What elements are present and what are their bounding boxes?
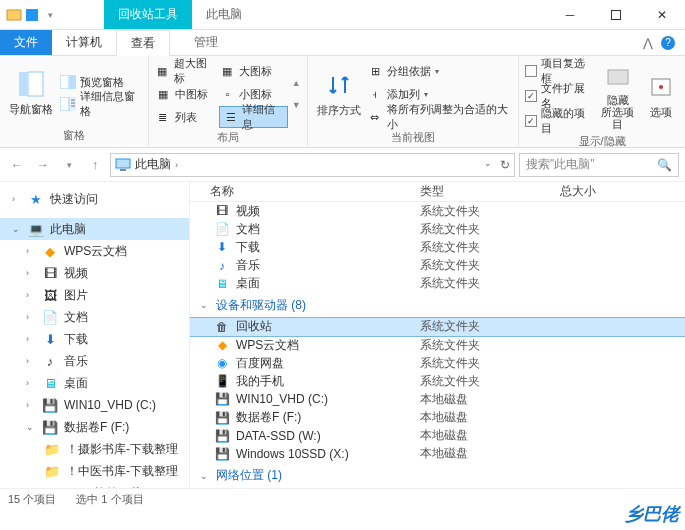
tab-computer[interactable]: 计算机 <box>52 30 116 55</box>
list-item[interactable]: 💾数据卷F (F:)本地磁盘 <box>190 409 685 427</box>
maximize-button[interactable] <box>593 0 639 29</box>
col-type[interactable]: 类型 <box>420 183 560 200</box>
address-input[interactable]: 此电脑 › ⌄ ↻ <box>110 153 515 177</box>
back-button[interactable]: ← <box>6 154 28 176</box>
list-item[interactable]: 💾WIN10_VHD (C:)本地磁盘 <box>190 390 685 408</box>
ribbon-group-panes: 导航窗格 预览窗格 详细信息窗格 窗格 <box>0 56 149 147</box>
list-item[interactable]: ♪音乐系统文件夹 <box>190 256 685 274</box>
svg-rect-6 <box>70 75 76 89</box>
titlebar: ▾ 回收站工具 此电脑 ─ ✕ <box>0 0 685 30</box>
drive-icon: 💾 <box>214 446 230 462</box>
col-size[interactable]: 总大小 <box>560 183 685 200</box>
sidebar-oday[interactable]: 📁0Day软件下载 <box>0 482 189 488</box>
item-checkboxes[interactable]: 项目复选框 <box>525 60 592 82</box>
hide-selected-button[interactable]: 隐藏 所选项目 <box>597 60 639 132</box>
svg-rect-5 <box>60 75 69 89</box>
scroll-down-icon[interactable]: ▼ <box>292 100 301 110</box>
sidebar-thispc[interactable]: ⌄💻此电脑 <box>0 218 189 240</box>
collapse-ribbon-icon[interactable]: ⋀ <box>643 36 653 50</box>
help-icon[interactable]: ? <box>661 36 675 50</box>
music-icon: ♪ <box>42 353 58 369</box>
sidebar-wps[interactable]: ›◆WPS云文档 <box>0 240 189 262</box>
group-by-button[interactable]: ⊞分组依据▾ <box>367 60 512 82</box>
sidebar-cn[interactable]: 📁！中医书库-下载整理 <box>0 460 189 482</box>
hidden-items[interactable]: ✓隐藏的项目 <box>525 110 592 132</box>
extra-large-icons[interactable]: ▦超大图标 <box>155 60 216 82</box>
svg-point-14 <box>659 85 663 89</box>
list-item[interactable]: ◉百度网盘系统文件夹 <box>190 354 685 372</box>
group-network[interactable]: ⌄网络位置 (1) <box>190 463 685 488</box>
sidebar-documents[interactable]: ›📄文档 <box>0 306 189 328</box>
ctx-recyclebin-tools[interactable]: 回收站工具 <box>104 0 192 29</box>
forward-button[interactable]: → <box>32 154 54 176</box>
folder-icon: 📁 <box>44 485 60 488</box>
dropdown-icon[interactable]: ⌄ <box>484 158 492 172</box>
nav-pane-button[interactable]: 导航窗格 <box>6 60 56 126</box>
list-item[interactable]: ◆WPS云文档系统文件夹 <box>190 336 685 354</box>
xl-icon: ▦ <box>155 63 170 79</box>
details-pane-button[interactable]: 详细信息窗格 <box>60 93 142 115</box>
download-icon: ⬇ <box>42 331 58 347</box>
list-item[interactable]: ⬇下载系统文件夹 <box>190 238 685 256</box>
sort-button[interactable]: 排序方式 <box>314 60 364 128</box>
breadcrumb-thispc[interactable]: 此电脑 › <box>115 156 178 173</box>
list-icon: ≣ <box>155 109 171 125</box>
list-item[interactable]: 💾DATA-SSD (W:)本地磁盘 <box>190 427 685 445</box>
medium-icons[interactable]: ▦中图标 <box>155 83 216 105</box>
download-icon: ⬇ <box>214 239 230 255</box>
svg-rect-12 <box>608 70 628 84</box>
list-item[interactable]: 🎞视频系统文件夹 <box>190 202 685 220</box>
explorer-icon <box>6 7 22 23</box>
sidebar-dataf[interactable]: ⌄💾数据卷F (F:) <box>0 416 189 438</box>
sidebar-desktop[interactable]: ›🖥桌面 <box>0 372 189 394</box>
dropdown-icon[interactable]: ▾ <box>42 7 58 23</box>
list-item-recyclebin[interactable]: 🗑回收站系统文件夹 <box>190 318 685 336</box>
search-input[interactable]: 搜索"此电脑" 🔍 <box>519 153 679 177</box>
chevron-down-icon: ⌄ <box>200 471 210 481</box>
list-view[interactable]: ≣列表 <box>155 106 216 128</box>
list-item[interactable]: 🖥桌面系统文件夹 <box>190 275 685 293</box>
sidebar-music[interactable]: ›♪音乐 <box>0 350 189 372</box>
nav-pane-icon <box>17 70 45 98</box>
group-icon: ⊞ <box>367 63 383 79</box>
minimize-button[interactable]: ─ <box>547 0 593 29</box>
pc-icon <box>115 158 131 172</box>
list-item[interactable]: 📄文档系统文件夹 <box>190 220 685 238</box>
tab-file[interactable]: 文件 <box>0 30 52 55</box>
list-item[interactable]: 📱我的手机系统文件夹 <box>190 372 685 390</box>
wps-icon: ◆ <box>214 337 230 353</box>
col-name[interactable]: 名称 <box>190 183 420 200</box>
pictures-icon: 🖼 <box>42 287 58 303</box>
ribbon-tabs: 文件 计算机 查看 管理 ⋀ ? <box>0 30 685 56</box>
tab-view[interactable]: 查看 <box>116 30 170 56</box>
sidebar-win10[interactable]: ›💾WIN10_VHD (C:) <box>0 394 189 416</box>
addcol-icon: ⫞ <box>367 86 383 102</box>
chevron-down-icon: ⌄ <box>200 300 210 310</box>
options-button[interactable]: 选项 <box>643 60 679 132</box>
video-icon: 🎞 <box>214 203 230 219</box>
doc-icon: 📄 <box>214 221 230 237</box>
sidebar-photo[interactable]: 📁！摄影书库-下载整理 <box>0 438 189 460</box>
large-icons[interactable]: ▦大图标 <box>219 60 287 82</box>
group-devices[interactable]: ⌄设备和驱动器 (8) <box>190 293 685 318</box>
file-ext[interactable]: ✓文件扩展名 <box>525 85 592 107</box>
list-item[interactable]: 💾Windows 10SSD (X:)本地磁盘 <box>190 445 685 463</box>
tab-manage[interactable]: 管理 <box>180 30 232 55</box>
recent-button[interactable]: ▾ <box>58 154 80 176</box>
sidebar-downloads[interactable]: ›⬇下载 <box>0 328 189 350</box>
app-icon <box>24 7 40 23</box>
wps-icon: ◆ <box>42 243 58 259</box>
details-view[interactable]: ☰详细信息 <box>219 106 287 128</box>
ctx-thispc: 此电脑 <box>192 0 256 29</box>
desktop-icon: 🖥 <box>42 375 58 391</box>
sort-icon <box>325 71 353 99</box>
svg-rect-7 <box>60 97 69 111</box>
sidebar-video[interactable]: ›🎞视频 <box>0 262 189 284</box>
up-button[interactable]: ↑ <box>84 154 106 176</box>
size-all-button[interactable]: ⇔将所有列调整为合适的大小 <box>367 106 512 128</box>
refresh-icon[interactable]: ↻ <box>500 158 510 172</box>
sidebar-quick-access[interactable]: ›★快速访问 <box>0 188 189 210</box>
close-button[interactable]: ✕ <box>639 0 685 29</box>
scroll-up-icon[interactable]: ▲ <box>292 78 301 88</box>
sidebar-pictures[interactable]: ›🖼图片 <box>0 284 189 306</box>
